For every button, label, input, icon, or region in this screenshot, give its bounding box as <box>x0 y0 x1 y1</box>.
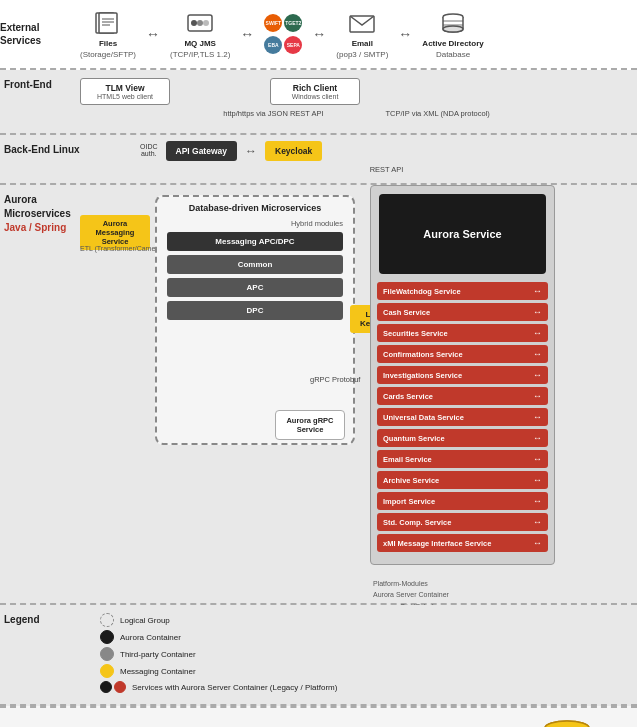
sepa-badge: SEPA <box>284 36 302 54</box>
common-box: Common <box>167 255 343 274</box>
keycloak-box: Keycloak <box>265 141 322 161</box>
arrow3: ↔ <box>312 26 326 42</box>
ext-email: Email (pop3 / SMTP) <box>336 9 388 59</box>
legend-aurora-server-svc: Services with Aurora Server Container (L… <box>100 681 633 693</box>
svg-point-8 <box>203 20 209 26</box>
legend-circle-aurora <box>100 630 114 644</box>
dpc-label: DPC <box>247 306 264 315</box>
svg-point-17 <box>545 721 589 727</box>
badge-group2: EBA SEPA <box>264 36 302 54</box>
legend-logical: Logical Group <box>100 613 633 627</box>
tlm-box: TLM View HTML5 web client <box>80 78 170 105</box>
arrow1: ↔ <box>146 26 160 42</box>
legend-row: Legend Logical Group Aurora Container Th… <box>0 605 637 706</box>
storage-row: Storage JDBC ODBC / OCI Relational Datab… <box>0 706 637 727</box>
messaging-apc-box: Messaging APC/DPC <box>167 232 343 251</box>
arrow-oidc: ↔ <box>245 144 257 158</box>
db-driven-box: Database-driven Microservices Hybrid mod… <box>155 195 355 445</box>
legend-aurora-label: Aurora Container <box>120 633 181 642</box>
tlm-sub: HTML5 web client <box>91 93 159 100</box>
rest-api-label: REST API <box>140 165 633 174</box>
fe-protocol-line: http/https via JSON REST API TCP/IP via … <box>80 109 633 118</box>
email-icon <box>345 9 379 37</box>
grpc-label: gRPC Protobuf <box>310 375 360 384</box>
fe-boxes: TLM View HTML5 web client Rich Client Wi… <box>80 78 633 105</box>
legend-aurora-server-svc-label: Services with Aurora Server Container (L… <box>132 683 337 692</box>
legend-messaging-label: Messaging Container <box>120 667 196 676</box>
service-cash: Cash Service ↔ <box>377 303 548 321</box>
legend-circle-msg <box>100 664 114 678</box>
eba-badge: EBA <box>264 36 282 54</box>
service-confirmations: Confirmations Service ↔ <box>377 345 548 363</box>
backend-label: Back-End Linux <box>4 143 80 156</box>
grpc-box: Aurora gRPC Service <box>275 410 345 440</box>
legend-circle-dark2 <box>100 681 112 693</box>
oidc-label: OIDCauth. <box>140 143 158 157</box>
ext-mq: MQ JMS (TCP/IP,TLS 1.2) <box>170 9 230 59</box>
service-email: Email Service ↔ <box>377 450 548 468</box>
service-archive: Archive Service ↔ <box>377 471 548 489</box>
rich-title: Rich Client <box>281 83 349 93</box>
files-icon <box>91 9 125 37</box>
files-sub: (Storage/SFTP) <box>80 50 136 59</box>
target2-badge: TGET2 <box>284 14 302 32</box>
legend-circle-logical <box>100 613 114 627</box>
ad-sub: Database <box>436 50 470 59</box>
legend-dual-circles <box>100 681 126 693</box>
service-import: Import Service ↔ <box>377 492 548 510</box>
db-driven-title: Database-driven Microservices <box>157 197 353 217</box>
tcp-protocol: TCP/IP via XML (NDA protocol) <box>386 109 490 118</box>
arrow4: ↔ <box>398 26 412 42</box>
swift-badge: SWIFT <box>264 14 282 32</box>
service-universal: Universal Data Service ↔ <box>377 408 548 426</box>
messaging-apc-label: Messaging APC/DPC <box>215 237 294 246</box>
mq-label: MQ JMS <box>184 39 216 48</box>
legend-third-party: Third-party Container <box>100 647 633 661</box>
ad-label: Active Directory <box>422 39 483 48</box>
db-cylinder: Relational Database <box>537 718 597 727</box>
diagram-container: External Services Files (Storage/SFTP) ↔ <box>0 0 637 727</box>
common-label: Common <box>238 260 273 269</box>
messaging-svc-label: Aurora Messaging Service <box>96 219 135 246</box>
tlm-title: TLM View <box>91 83 159 93</box>
api-gateway-label: API Gateway <box>176 146 228 156</box>
frontend-row: Front-End TLM View HTML5 web client Rich… <box>0 70 637 135</box>
ext-badges: SWIFT TGET2 EBA SEPA <box>264 14 302 54</box>
external-services-label: External Services <box>0 21 75 47</box>
legend-aurora-container: Aurora Container <box>100 630 633 644</box>
ext-files: Files (Storage/SFTP) <box>80 9 136 59</box>
service-xmi: xMI Message Interface Service ↔ <box>377 534 548 552</box>
legend-label: Legend <box>4 613 40 626</box>
hybrid-label: Hybrid modules <box>157 219 353 228</box>
service-quantum: Quantum Service ↔ <box>377 429 548 447</box>
service-std-comp: Std. Comp. Service ↔ <box>377 513 548 531</box>
service-cards: Cards Service ↔ <box>377 387 548 405</box>
svg-point-11 <box>443 26 463 32</box>
email-sub: (pop3 / SMTP) <box>336 50 388 59</box>
svg-rect-1 <box>99 13 117 33</box>
legend-content: Logical Group Aurora Container Third-par… <box>100 613 633 693</box>
backend-row: Back-End Linux OIDCauth. API Gateway ↔ K… <box>0 135 637 185</box>
mq-sub: (TCP/IP,TLS 1.2) <box>170 50 230 59</box>
be-content: OIDCauth. API Gateway ↔ Keycloak <box>140 141 633 161</box>
aurora-server-label: Aurora Server Container <box>373 591 449 598</box>
svg-point-6 <box>191 20 197 26</box>
service-filewatchdog: FileWatchdog Service ↔ <box>377 282 548 300</box>
ext-ad: Active Directory Database <box>422 9 483 59</box>
apc-box: APC <box>167 278 343 297</box>
http-protocol: http/https via JSON REST API <box>223 109 323 118</box>
platform-modules-label: Platform-Modules <box>373 580 428 587</box>
dpc-box: DPC <box>167 301 343 320</box>
aurora-ms-row: AuroraMicroservicesJava / Spring Aurora … <box>0 185 637 605</box>
aurora-service-label: Aurora Service <box>423 228 501 240</box>
arrow2: ↔ <box>240 26 254 42</box>
external-services-row: External Services Files (Storage/SFTP) ↔ <box>0 0 637 70</box>
legend-circle-red <box>114 681 126 693</box>
legend-circle-third <box>100 647 114 661</box>
frontend-label: Front-End <box>4 78 52 91</box>
rich-sub: Windows client <box>281 93 349 100</box>
badge-group: SWIFT TGET2 <box>264 14 302 32</box>
legend-logical-label: Logical Group <box>120 616 170 625</box>
service-investigations: Investigations Service ↔ <box>377 366 548 384</box>
aurora-service-inner: Aurora Service <box>379 194 546 274</box>
